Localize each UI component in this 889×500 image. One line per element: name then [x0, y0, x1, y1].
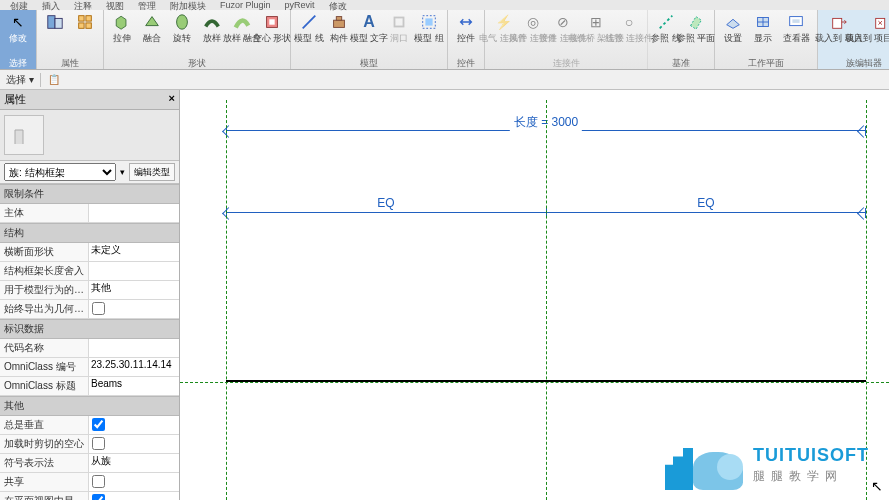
blend-icon [142, 12, 162, 32]
property-checkbox[interactable] [92, 302, 105, 315]
property-value[interactable] [88, 435, 179, 453]
property-value[interactable] [88, 416, 179, 434]
options-bar: 选择 ▾ 📋 [0, 70, 889, 90]
property-row: 共享 [0, 473, 179, 492]
property-category[interactable]: 标识数据 [0, 319, 179, 339]
property-checkbox[interactable] [92, 418, 105, 431]
set-icon [723, 12, 743, 32]
tab-item[interactable]: 注释 [68, 0, 98, 10]
show-button[interactable]: 显示 [749, 12, 777, 56]
tab-item[interactable]: 管理 [132, 0, 162, 10]
family-select[interactable]: 族: 结构框架 [4, 163, 116, 181]
revolve-icon [172, 12, 192, 32]
property-value[interactable] [88, 262, 179, 280]
edit-type-button[interactable]: 编辑类型 [129, 163, 175, 181]
show-icon [753, 12, 773, 32]
duct-icon: ◎ [523, 12, 543, 32]
property-name: OmniClass 编号 [0, 358, 88, 376]
model-text-button[interactable]: A模型 文字 [355, 12, 383, 56]
dimension-eq-text[interactable]: EQ [693, 196, 718, 210]
property-row: 符号表示法 [0, 454, 179, 473]
property-input[interactable] [91, 359, 177, 370]
text-icon: A [359, 12, 379, 32]
property-value[interactable] [88, 454, 179, 472]
load-icon [829, 12, 849, 32]
group-label: 形状 [188, 56, 206, 70]
mouse-cursor-icon: ↖ [871, 478, 883, 494]
drawing-canvas[interactable]: 长度 = 3000 EQ EQ TUITUISOFT 腿腿教学网 ↖ [180, 90, 889, 500]
property-value[interactable] [88, 358, 179, 376]
property-input[interactable] [91, 340, 177, 351]
model-line-button[interactable]: 模型 线 [295, 12, 323, 56]
tab-item[interactable]: 修改 [323, 0, 353, 10]
group-icon [419, 12, 439, 32]
property-input[interactable] [91, 205, 177, 216]
reference-plane[interactable] [546, 100, 547, 500]
void-button[interactable]: 空心 形状 [258, 12, 286, 56]
svg-line-9 [303, 16, 316, 29]
property-name: 主体 [0, 204, 88, 222]
ribbon: ↖ 修改 选择 属性 拉伸 融合 旋转 放样 放样 融合 空心 形状 形状 模型… [0, 10, 889, 70]
cable-icon: ⊞ [586, 12, 606, 32]
reference-plane[interactable] [226, 100, 227, 500]
svg-rect-21 [833, 18, 842, 28]
group-label: 基准 [672, 56, 690, 70]
property-category[interactable]: 其他 [0, 396, 179, 416]
property-checkbox[interactable] [92, 437, 105, 450]
element-line[interactable] [226, 380, 866, 382]
tab-item[interactable]: 插入 [36, 0, 66, 10]
watermark-subtitle: 腿腿教学网 [753, 468, 869, 485]
property-input[interactable] [91, 245, 177, 256]
property-input[interactable] [91, 283, 177, 294]
ref-plane-button[interactable]: 参照 平面 [682, 12, 710, 56]
opening-button[interactable]: 洞口 [385, 12, 413, 56]
property-input[interactable] [91, 378, 177, 389]
property-input[interactable] [91, 263, 177, 274]
property-value[interactable] [88, 473, 179, 491]
property-category[interactable]: 结构 [0, 223, 179, 243]
property-name: 代码名称 [0, 339, 88, 357]
type-properties-button[interactable] [71, 12, 99, 56]
property-name: 用于模型行为的材质 [0, 281, 88, 299]
property-checkbox[interactable] [92, 494, 105, 500]
load-close-button[interactable]: 载入到 项目并关闭 [858, 12, 889, 56]
tab-item[interactable]: pyRevit [279, 0, 321, 10]
tab-item[interactable]: 附加模块 [164, 0, 212, 10]
property-value[interactable] [88, 377, 179, 395]
property-checkbox[interactable] [92, 475, 105, 488]
close-icon[interactable]: × [169, 92, 175, 107]
properties-table[interactable]: 限制条件主体结构横断面形状结构框架长度舍入用于模型行为的材质始终导出为几何图形标… [0, 184, 179, 500]
property-value[interactable] [88, 243, 179, 261]
property-value[interactable] [88, 204, 179, 222]
plug-icon: ⚡ [493, 12, 513, 32]
svg-rect-2 [79, 16, 84, 21]
viewer-button[interactable]: 查看器 [779, 12, 813, 56]
type-thumb-icon [4, 115, 44, 155]
tab-item[interactable]: 创建 [4, 0, 34, 10]
property-value[interactable] [88, 300, 179, 318]
property-input[interactable] [91, 456, 177, 467]
tab-item[interactable]: Fuzor Plugin [214, 0, 277, 10]
property-value[interactable] [88, 492, 179, 500]
svg-rect-3 [86, 16, 91, 21]
set-button[interactable]: 设置 [719, 12, 747, 56]
clipboard-icon[interactable]: 📋 [47, 73, 61, 87]
modify-button[interactable]: ↖ 修改 [4, 12, 32, 56]
ribbon-tabs: 创建 插入 注释 视图 管理 附加模块 Fuzor Plugin pyRevit… [0, 0, 889, 10]
property-value[interactable] [88, 339, 179, 357]
control-button[interactable]: 控件 [452, 12, 480, 56]
tab-item[interactable]: 视图 [100, 0, 130, 10]
reference-plane[interactable] [180, 382, 889, 383]
watermark: TUITUISOFT 腿腿教学网 [665, 440, 869, 490]
revolve-button[interactable]: 旋转 [168, 12, 196, 56]
property-category[interactable]: 限制条件 [0, 184, 179, 204]
dimension-eq-text[interactable]: EQ [373, 196, 398, 210]
extrusion-icon [112, 12, 132, 32]
model-group-button[interactable]: 模型 组 [415, 12, 443, 56]
properties-button[interactable] [41, 12, 69, 56]
family-selector-row: 族: 结构框架 ▾ 编辑类型 [0, 160, 179, 184]
blend-button[interactable]: 融合 [138, 12, 166, 56]
control-icon [456, 12, 476, 32]
extrusion-button[interactable]: 拉伸 [108, 12, 136, 56]
property-value[interactable] [88, 281, 179, 299]
